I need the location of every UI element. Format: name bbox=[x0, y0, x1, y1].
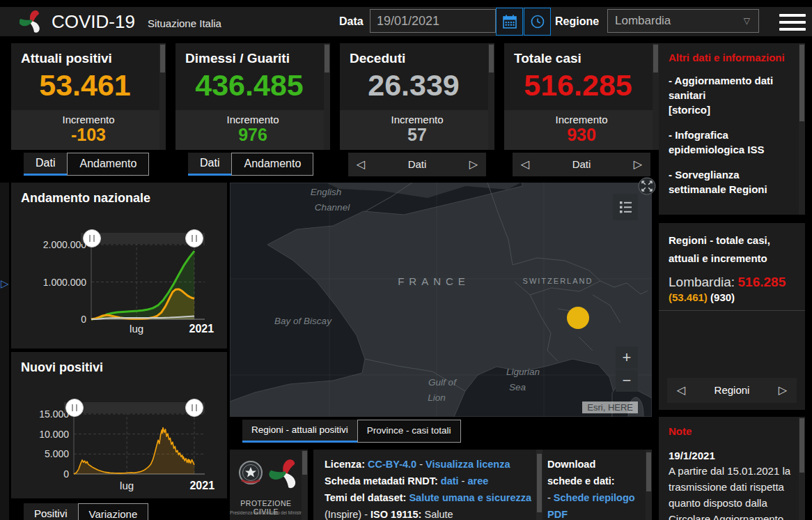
handle-grip bbox=[76, 404, 77, 411]
andamento-chart[interactable]: 01.000.0002.000.000lug2021 bbox=[11, 183, 227, 349]
y-tick-label: 0 bbox=[81, 314, 86, 325]
range-slider-track[interactable] bbox=[64, 402, 205, 413]
link-sorveglianza-regioni[interactable]: - Sorveglianza settimanale Regioni bbox=[669, 167, 794, 197]
expand-panel-icon[interactable]: ▷ bbox=[1, 277, 9, 290]
increment-value: -103 bbox=[11, 125, 166, 144]
pager-next-icon[interactable]: ▷ bbox=[779, 378, 787, 403]
link-aggiornamento-dati-sanitari[interactable]: - Aggiornamento dati sanitari [storico] bbox=[669, 73, 794, 117]
license-row: Temi del dataset: Salute umana e sicurez… bbox=[325, 489, 538, 506]
link-infografica-iss[interactable]: - Infografica epidemiologica ISS bbox=[669, 128, 794, 157]
license-text: Scheda metadati RNDT: bbox=[325, 475, 441, 487]
license-link[interactable]: Visualizza licenza bbox=[425, 459, 510, 470]
license-link[interactable]: aree bbox=[467, 475, 488, 487]
logo-panel: PROTEZIONE CIVILE Presidenza del Consigl… bbox=[230, 450, 308, 520]
license-row: Licenza: CC-BY-4.0 - Visualizza licenza bbox=[325, 456, 538, 473]
tab-variazione[interactable]: Variazione bbox=[78, 503, 149, 520]
download-row: PDF bbox=[547, 506, 643, 520]
license-link[interactable]: dati bbox=[441, 475, 459, 487]
scrollbar-thumb[interactable] bbox=[302, 451, 307, 475]
menu-button[interactable] bbox=[775, 13, 802, 30]
region-name: Lombardia: bbox=[669, 275, 735, 289]
zoom-in-button[interactable]: + bbox=[616, 346, 638, 369]
expand-button[interactable] bbox=[638, 177, 656, 195]
tab-positivi[interactable]: Positivi bbox=[24, 503, 78, 520]
scrollbar-thumb[interactable] bbox=[489, 45, 494, 72]
download-row: Download bbox=[547, 456, 643, 473]
handle-grip bbox=[89, 235, 91, 242]
panel-altri-dati: Altri dati e informazioni - Aggiornament… bbox=[659, 43, 805, 215]
panel-nuovi-positivi: Nuovi positivi 05.00010.00015.000lug2021 bbox=[11, 352, 227, 498]
legend-button[interactable] bbox=[613, 194, 638, 220]
collapsed-panel-strip bbox=[0, 183, 9, 520]
pager-prev-icon[interactable]: ◁ bbox=[677, 378, 685, 403]
region-label: Regione bbox=[555, 7, 599, 36]
covid-dashboard: COVID-19 Situazione Italia Data 19/01/20… bbox=[0, 0, 812, 520]
scrollbar-thumb[interactable] bbox=[537, 454, 542, 512]
region-select[interactable]: Lombardia ▽ bbox=[607, 9, 759, 33]
calendar-button[interactable] bbox=[496, 8, 523, 36]
card-increment: Incremento 57 bbox=[340, 110, 494, 150]
date-input[interactable]: 19/01/2021 bbox=[370, 9, 496, 33]
region-row: Lombardia: 516.285 bbox=[669, 275, 794, 290]
pager-prev-icon[interactable]: ◁ bbox=[521, 153, 529, 176]
scrollbar-thumb[interactable] bbox=[160, 45, 165, 72]
card-tabs: Dati Andamento bbox=[24, 153, 149, 176]
pager-next-icon[interactable]: ▷ bbox=[634, 153, 642, 176]
range-slider-handle[interactable] bbox=[84, 230, 101, 247]
handle-grip bbox=[192, 404, 193, 411]
map-panel: EnglishChannelFRANCESWITZERLANDBay of Bi… bbox=[230, 183, 652, 417]
region-bubble-lombardia[interactable] bbox=[567, 307, 589, 329]
protezione-civile-logo bbox=[19, 10, 43, 33]
y-tick-label: 2.000.000 bbox=[43, 239, 86, 250]
range-slider-handle[interactable] bbox=[186, 230, 203, 247]
card-increment: Incremento 930 bbox=[504, 110, 659, 150]
clock-button[interactable] bbox=[524, 8, 551, 36]
download-link[interactable]: Schede riepilogo bbox=[554, 492, 635, 503]
region-value: Lombardia bbox=[615, 14, 671, 27]
scrollbar-thumb[interactable] bbox=[799, 418, 804, 473]
card-increment: Incremento -103 bbox=[11, 110, 166, 150]
increment-label: Incremento bbox=[11, 110, 166, 125]
nuovi-positivi-tabs: Positivi Variazione bbox=[24, 503, 148, 520]
pager-next-icon[interactable]: ▷ bbox=[469, 153, 478, 176]
download-link[interactable]: PDF bbox=[547, 509, 568, 520]
scrollbar-thumb[interactable] bbox=[799, 45, 804, 121]
card-value: 53.461 bbox=[11, 68, 159, 102]
logo-subtitle: Presidenza del Consiglio dei Ministri bbox=[230, 510, 302, 515]
card-title: Deceduti bbox=[340, 43, 494, 66]
zoom-out-button[interactable]: − bbox=[616, 369, 638, 392]
tab-dati[interactable]: Dati bbox=[188, 153, 231, 176]
panel-regioni: Regioni - totale casi, attuali e increme… bbox=[659, 223, 805, 410]
license-link[interactable]: Salute umana e sicurezza bbox=[409, 492, 531, 503]
panel-note: Note 19/1/2021 A partire dal 15.01.2021 … bbox=[659, 417, 805, 520]
increment-value: 976 bbox=[175, 125, 330, 144]
range-slider-handle[interactable] bbox=[186, 399, 203, 417]
scrollbar-thumb[interactable] bbox=[653, 45, 658, 72]
license-link[interactable]: CC-BY-4.0 bbox=[368, 459, 416, 470]
card-dimessi-guariti: Dimessi / Guariti 436.485 Incremento 976 bbox=[175, 43, 330, 150]
map-label: SWITZERLAND bbox=[523, 277, 593, 285]
scrollbar bbox=[159, 43, 166, 150]
x-tick-label: lug bbox=[130, 323, 143, 335]
panel-title: Regioni - totale casi, attuali e increme… bbox=[669, 231, 794, 268]
card-tabs: Dati Andamento bbox=[188, 153, 313, 176]
range-slider-handle[interactable] bbox=[66, 399, 84, 417]
tab-dati[interactable]: Dati bbox=[24, 153, 67, 176]
x-tick-label: 2021 bbox=[189, 323, 214, 335]
license-text: Salute bbox=[424, 509, 453, 520]
license-info: Licenza: CC-BY-4.0 - Visualizza licenzaS… bbox=[325, 456, 538, 520]
scrollbar-thumb[interactable] bbox=[646, 452, 651, 491]
tab-andamento[interactable]: Andamento bbox=[231, 153, 313, 176]
scrollbar-thumb[interactable] bbox=[325, 45, 329, 72]
europe-map[interactable]: EnglishChannelFRANCESWITZERLANDBay of Bi… bbox=[230, 183, 652, 417]
tab-province-casi-totali[interactable]: Province - casi totali bbox=[357, 420, 461, 443]
map-attribution: Esri, HERE bbox=[582, 402, 638, 413]
tab-andamento[interactable]: Andamento bbox=[67, 153, 149, 176]
map-label: Bay of Biscay bbox=[274, 316, 332, 326]
pager-prev-icon[interactable]: ◁ bbox=[357, 153, 365, 176]
tab-regioni-attuali-positivi[interactable]: Regioni - attuali positivi bbox=[242, 420, 357, 443]
chart-title: Nuovi positivi bbox=[21, 360, 103, 375]
scrollbar bbox=[653, 43, 659, 150]
map-viewport[interactable]: EnglishChannelFRANCESWITZERLANDBay of Bi… bbox=[230, 183, 652, 417]
legend-icon bbox=[618, 200, 632, 214]
